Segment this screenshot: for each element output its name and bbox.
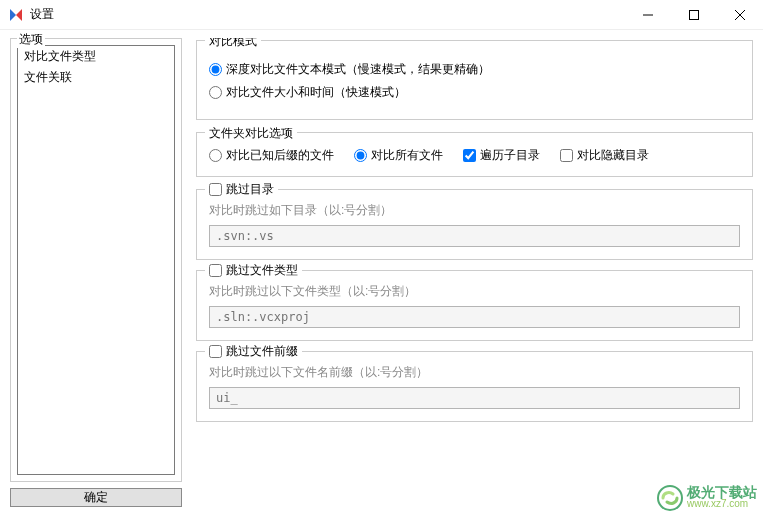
fast-compare-radio[interactable]: 对比文件大小和时间（快速模式） xyxy=(209,84,740,101)
all-files-label: 对比所有文件 xyxy=(371,147,443,164)
minimize-button[interactable] xyxy=(625,0,671,29)
known-ext-label: 对比已知后缀的文件 xyxy=(226,147,334,164)
skip-dir-title: 跳过目录 xyxy=(226,181,274,198)
titlebar: 设置 xyxy=(0,0,763,30)
window-controls xyxy=(625,0,763,29)
skip-type-title: 跳过文件类型 xyxy=(226,262,298,279)
known-ext-radio[interactable]: 对比已知后缀的文件 xyxy=(209,147,334,164)
skip-prefix-title: 跳过文件前缀 xyxy=(226,343,298,360)
list-item[interactable]: 对比文件类型 xyxy=(18,46,174,67)
all-files-radio-input[interactable] xyxy=(354,149,367,162)
skip-type-hint: 对比时跳过以下文件类型（以:号分割） xyxy=(209,283,740,300)
skip-prefix-checkbox[interactable] xyxy=(209,345,222,358)
folder-options-title: 文件夹对比选项 xyxy=(205,125,297,142)
recurse-checkbox[interactable]: 遍历子目录 xyxy=(463,147,540,164)
folder-options-group: 文件夹对比选项 对比已知后缀的文件 对比所有文件 遍历子目录 对比隐藏目录 xyxy=(196,132,753,177)
recurse-label: 遍历子目录 xyxy=(480,147,540,164)
hidden-checkbox[interactable]: 对比隐藏目录 xyxy=(560,147,649,164)
skip-dir-checkbox[interactable] xyxy=(209,183,222,196)
window-title: 设置 xyxy=(30,6,625,23)
svg-rect-3 xyxy=(690,10,699,19)
list-item[interactable]: 文件关联 xyxy=(18,67,174,88)
known-ext-radio-input[interactable] xyxy=(209,149,222,162)
options-panel: 选项 对比文件类型 文件关联 xyxy=(10,38,182,482)
deep-compare-radio-input[interactable] xyxy=(209,63,222,76)
fast-compare-label: 对比文件大小和时间（快速模式） xyxy=(226,84,406,101)
maximize-button[interactable] xyxy=(671,0,717,29)
close-button[interactable] xyxy=(717,0,763,29)
hidden-label: 对比隐藏目录 xyxy=(577,147,649,164)
all-files-radio[interactable]: 对比所有文件 xyxy=(354,147,443,164)
skip-type-input[interactable] xyxy=(209,306,740,328)
skip-type-section: 跳过文件类型 对比时跳过以下文件类型（以:号分割） xyxy=(196,270,753,341)
skip-type-checkbox[interactable] xyxy=(209,264,222,277)
skip-prefix-section: 跳过文件前缀 对比时跳过以下文件名前缀（以:号分割） xyxy=(196,351,753,422)
ok-button[interactable]: 确定 xyxy=(10,488,182,507)
options-legend: 选项 xyxy=(17,31,45,48)
options-listbox[interactable]: 对比文件类型 文件关联 xyxy=(17,45,175,475)
content-panel: 对比模式 深度对比文件文本模式（慢速模式，结果更精确） 对比文件大小和时间（快速… xyxy=(196,38,753,505)
skip-prefix-input[interactable] xyxy=(209,387,740,409)
fast-compare-radio-input[interactable] xyxy=(209,86,222,99)
deep-compare-radio[interactable]: 深度对比文件文本模式（慢速模式，结果更精确） xyxy=(209,61,740,78)
compare-mode-title: 对比模式 xyxy=(205,38,261,50)
svg-marker-0 xyxy=(10,9,16,21)
recurse-checkbox-input[interactable] xyxy=(463,149,476,162)
skip-dir-input[interactable] xyxy=(209,225,740,247)
svg-marker-1 xyxy=(16,9,22,21)
skip-dir-section: 跳过目录 对比时跳过如下目录（以:号分割） xyxy=(196,189,753,260)
deep-compare-label: 深度对比文件文本模式（慢速模式，结果更精确） xyxy=(226,61,490,78)
skip-dir-hint: 对比时跳过如下目录（以:号分割） xyxy=(209,202,740,219)
hidden-checkbox-input[interactable] xyxy=(560,149,573,162)
skip-prefix-hint: 对比时跳过以下文件名前缀（以:号分割） xyxy=(209,364,740,381)
compare-mode-group: 对比模式 深度对比文件文本模式（慢速模式，结果更精确） 对比文件大小和时间（快速… xyxy=(196,40,753,120)
app-icon xyxy=(8,7,24,23)
